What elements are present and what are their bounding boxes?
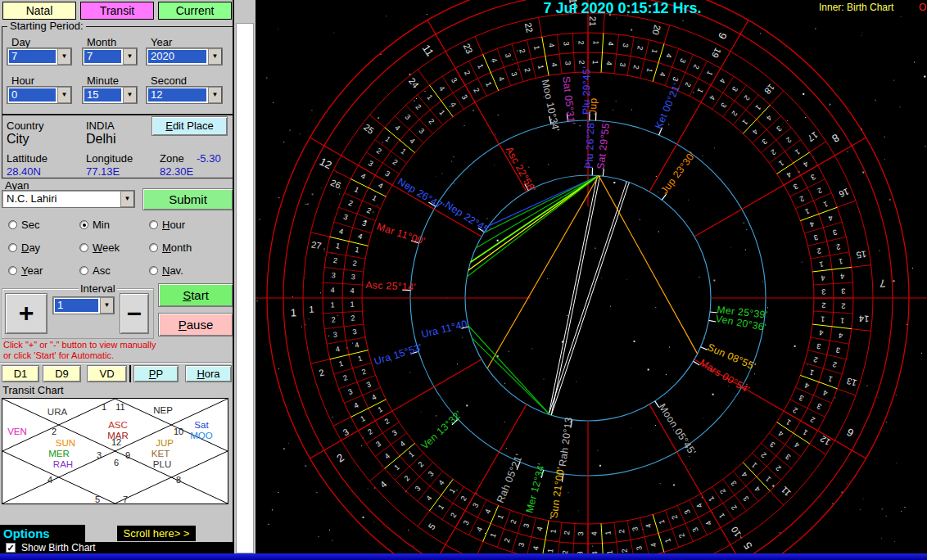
svg-text:1: 1 <box>536 64 545 70</box>
varga-button-vd[interactable]: VD <box>87 365 127 382</box>
svg-text:1: 1 <box>484 80 493 88</box>
day-select[interactable]: 7▼ <box>7 47 72 65</box>
second-select[interactable]: 12▼ <box>146 86 223 104</box>
svg-text:1: 1 <box>705 70 714 77</box>
minute-select[interactable]: 15▼ <box>82 86 138 104</box>
month-value: 7 <box>84 50 121 63</box>
svg-text:KET: KET <box>151 449 170 458</box>
step-back-plus-button[interactable]: + <box>5 293 47 334</box>
edit-place-button[interactable]: Edit Place <box>151 116 228 136</box>
radio-sec[interactable]: Sec <box>8 219 39 231</box>
hour-label: Hour <box>11 75 34 87</box>
varga-button-d9[interactable]: D9 <box>43 365 81 382</box>
svg-text:1: 1 <box>436 503 445 511</box>
svg-text:3: 3 <box>622 43 631 47</box>
tab-transit[interactable]: Transit <box>80 2 154 20</box>
svg-text:1: 1 <box>696 87 705 94</box>
radio-month[interactable]: Month <box>149 242 192 254</box>
svg-text:4: 4 <box>793 440 801 449</box>
hint-line-1: Click "+" or "-" button to view manually <box>3 340 156 350</box>
svg-text:1: 1 <box>489 532 498 539</box>
svg-text:1: 1 <box>425 93 434 102</box>
month-select[interactable]: 7▼ <box>82 47 138 65</box>
svg-text:4: 4 <box>497 75 506 82</box>
svg-text:2: 2 <box>718 487 727 495</box>
svg-text:2: 2 <box>332 256 337 265</box>
svg-text:4: 4 <box>753 485 762 493</box>
radio-hour[interactable]: Hour <box>149 219 185 231</box>
svg-text:4: 4 <box>483 508 492 515</box>
city-label: City <box>7 132 29 147</box>
corner-mark: O <box>919 2 926 13</box>
svg-text:Mar 11°00': Mar 11°00' <box>375 220 427 246</box>
varga-button-pp[interactable]: PP <box>133 365 179 382</box>
svg-text:4: 4 <box>370 393 378 402</box>
svg-text:1: 1 <box>822 200 829 209</box>
svg-text:Rah 20°13: Rah 20°13 <box>557 416 575 467</box>
varga-button-hora[interactable]: Hora <box>185 365 232 382</box>
chevron-down-icon[interactable]: ▼ <box>100 297 114 314</box>
svg-text:1: 1 <box>604 531 612 535</box>
svg-text:4: 4 <box>821 273 825 282</box>
svg-text:3: 3 <box>631 526 640 532</box>
svg-text:18: 18 <box>762 82 776 96</box>
options-bar[interactable]: Options <box>0 525 85 542</box>
svg-text:21: 21 <box>588 16 598 26</box>
chevron-down-icon[interactable]: ▼ <box>57 48 71 65</box>
tab-current[interactable]: Current <box>158 2 232 20</box>
chevron-down-icon[interactable]: ▼ <box>208 48 222 65</box>
svg-text:4: 4 <box>449 101 458 109</box>
radio-day[interactable]: Day <box>8 242 40 254</box>
radio-year[interactable]: Year <box>8 264 43 277</box>
svg-text:6: 6 <box>114 458 119 467</box>
chevron-down-icon[interactable]: ▼ <box>208 87 222 103</box>
svg-text:3: 3 <box>813 233 819 242</box>
chevron-down-icon[interactable]: ▼ <box>57 87 71 103</box>
svg-text:2: 2 <box>798 194 806 203</box>
varga-button-d1[interactable]: D1 <box>2 365 39 382</box>
svg-text:1: 1 <box>741 118 750 126</box>
submit-button[interactable]: Submit <box>142 188 233 210</box>
radio-min[interactable]: Min <box>79 219 110 231</box>
hour-select[interactable]: 0▼ <box>7 86 72 104</box>
svg-text:14: 14 <box>858 314 869 324</box>
svg-text:Rah 05°21': Rah 05°21' <box>495 452 525 504</box>
svg-text:9: 9 <box>125 450 130 460</box>
second-value: 12 <box>148 88 206 102</box>
radio-nav[interactable]: Nav. <box>149 264 183 277</box>
svg-text:3: 3 <box>342 213 349 222</box>
radio-asc[interactable]: Asc <box>79 264 111 277</box>
scroll-here-bar[interactable]: Scroll here> > <box>117 526 196 541</box>
svg-text:2: 2 <box>617 529 626 534</box>
step-forward-minus-button[interactable]: – <box>120 293 149 334</box>
svg-text:SUN: SUN <box>56 438 75 448</box>
year-select[interactable]: 2020▼ <box>146 47 223 65</box>
chevron-down-icon[interactable]: ▼ <box>123 48 137 65</box>
svg-text:4: 4 <box>354 341 359 350</box>
scrollbar-track[interactable] <box>236 23 254 553</box>
show-birth-checkbox[interactable]: ✓ <box>6 543 16 553</box>
city-value: Delhi <box>86 132 115 147</box>
pause-button[interactable]: Pause <box>158 313 233 336</box>
ayanamsa-select[interactable]: N.C. Lahiri ▼ <box>2 190 135 208</box>
start-button[interactable]: Start <box>158 283 233 307</box>
interval-select[interactable]: 1 ▼ <box>52 296 115 314</box>
svg-text:4: 4 <box>475 526 484 533</box>
svg-text:2: 2 <box>760 451 768 460</box>
chevron-down-icon[interactable]: ▼ <box>123 87 137 103</box>
svg-text:1: 1 <box>532 45 541 51</box>
svg-text:2: 2 <box>631 65 640 70</box>
radio-week[interactable]: Week <box>79 242 120 254</box>
svg-text:3: 3 <box>331 271 336 279</box>
svg-text:12: 12 <box>818 434 832 448</box>
svg-text:2: 2 <box>463 70 472 77</box>
svg-text:1: 1 <box>804 207 811 216</box>
svg-text:2: 2 <box>427 117 436 125</box>
starting-period-title: Starting Period: <box>7 20 86 32</box>
tab-natal[interactable]: Natal <box>2 2 76 20</box>
svg-text:3: 3 <box>671 75 680 82</box>
svg-text:2: 2 <box>841 302 845 310</box>
chevron-down-icon[interactable]: ▼ <box>120 191 134 207</box>
svg-text:1: 1 <box>592 40 600 44</box>
svg-text:3: 3 <box>460 93 469 102</box>
